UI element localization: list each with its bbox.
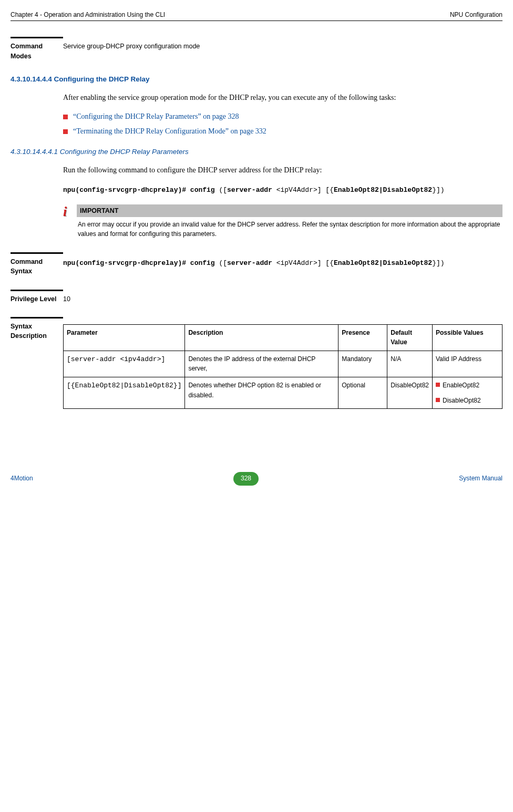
bullet-link-2[interactable]: “Terminating the DHCP Relay Configuratio… — [73, 126, 266, 137]
cmd-part: }]) — [432, 259, 444, 267]
possible-value-item: EnableOpt82 — [443, 381, 479, 390]
th-parameter: Parameter — [64, 324, 185, 351]
command-syntax-content: npu(config-srvcgrp-dhcprelay)# config ([… — [63, 252, 502, 276]
command-modes-text: Service group-DHCP proxy configuration m… — [63, 37, 502, 60]
important-header: IMPORTANT — [77, 204, 502, 217]
td-default: DisableOpt82 — [387, 377, 433, 409]
td-possible: EnableOpt82 DisableOpt82 — [433, 377, 502, 409]
th-default: Default Value — [387, 324, 433, 351]
footer-left: 4Motion — [11, 474, 33, 483]
bullet-icon — [436, 383, 440, 387]
th-possible: Possible Values — [433, 324, 502, 351]
header-right: NPU Configuration — [450, 11, 502, 19]
td-presence: Optional — [338, 377, 387, 409]
syntax-table: Parameter Description Presence Default V… — [63, 324, 502, 409]
bullet-icon — [63, 115, 68, 119]
subheading-number: 4.3.10.14.4.4.1 — [11, 148, 58, 156]
cmd-part: <ipV4Addr>] [{ — [272, 186, 334, 194]
cmd-part-bold: server-addr — [227, 259, 272, 267]
syntax-description-label: Syntax Description — [11, 317, 63, 341]
bullet-row: “Configuring the DHCP Relay Parameters” … — [63, 111, 502, 122]
cmd-part-bold: server-addr — [227, 186, 272, 194]
command-modes-block: Command Modes Service group-DHCP proxy c… — [11, 37, 502, 60]
privilege-level-label: Privilege Level — [11, 290, 63, 304]
bullet-link-1[interactable]: “Configuring the DHCP Relay Parameters” … — [73, 111, 239, 122]
privilege-level-value: 10 — [63, 290, 502, 304]
td-param: [server-addr <ipv4addr>] — [64, 351, 185, 377]
command-syntax-block: Command Syntax npu(config-srvcgrp-dhcpre… — [11, 252, 502, 276]
cmd-part-bold: npu(config-srvcgrp-dhcprelay)# config — [63, 186, 215, 194]
table-row: [{EnableOpt82|DisableOpt82}] Denotes whe… — [64, 377, 502, 409]
th-presence: Presence — [338, 324, 387, 351]
cmd-part: ([ — [215, 186, 227, 194]
cmd-part: <ipV4Addr>] [{ — [272, 259, 334, 267]
important-box: i IMPORTANT An error may occur if you pr… — [63, 204, 502, 240]
bullet-icon — [63, 129, 68, 134]
privilege-level-block: Privilege Level 10 — [11, 290, 502, 304]
td-possible: Valid IP Address — [433, 351, 502, 377]
command-syntax-label: Command Syntax — [11, 252, 63, 276]
page-footer: 4Motion 328 System Manual — [11, 472, 502, 485]
td-desc: Denotes the IP address of the external D… — [185, 351, 338, 377]
td-desc: Denotes whether DHCP option 82 is enable… — [185, 377, 338, 409]
info-icon: i — [63, 205, 77, 218]
possible-value-item: DisableOpt82 — [443, 396, 481, 406]
cmd-part: ([ — [215, 259, 227, 267]
command-example: npu(config-srvcgrp-dhcprelay)# config ([… — [63, 184, 502, 196]
heading-title: Configuring the DHCP Relay — [54, 75, 150, 83]
h5-intro-text: Run the following command to configure t… — [63, 164, 502, 177]
bullet-icon — [436, 398, 440, 402]
page-number-badge: 328 — [233, 472, 259, 485]
section-4.3.10.14.4.4.1-heading: 4.3.10.14.4.4.1 Configuring the DHCP Rel… — [11, 147, 502, 157]
footer-right: System Manual — [459, 474, 502, 483]
heading-number: 4.3.10.14.4.4 — [11, 75, 52, 83]
header-left: Chapter 4 - Operation and Administration… — [11, 11, 165, 19]
cmd-part-bold: EnableOpt82|DisableOpt82 — [334, 186, 432, 194]
th-description: Description — [185, 324, 338, 351]
td-presence: Mandatory — [338, 351, 387, 377]
cmd-part: }]) — [432, 186, 444, 194]
cmd-part-bold: EnableOpt82|DisableOpt82 — [334, 259, 432, 267]
section-4.3.10.14.4.4-heading: 4.3.10.14.4.4 Configuring the DHCP Relay — [11, 74, 502, 85]
td-default: N/A — [387, 351, 433, 377]
cmd-part-bold: npu(config-srvcgrp-dhcprelay)# config — [63, 259, 215, 267]
command-modes-label: Command Modes — [11, 37, 63, 60]
td-param: [{EnableOpt82|DisableOpt82}] — [64, 377, 185, 409]
important-text: An error may occur if you provide an inv… — [77, 217, 502, 240]
subheading-title: Configuring the DHCP Relay Parameters — [60, 148, 189, 156]
bullet-row: “Terminating the DHCP Relay Configuratio… — [63, 126, 502, 137]
table-row: [server-addr <ipv4addr>] Denotes the IP … — [64, 351, 502, 377]
important-icon-col: i — [63, 204, 77, 240]
syntax-description-block: Syntax Description Parameter Description… — [11, 317, 502, 409]
page-header: Chapter 4 - Operation and Administration… — [11, 11, 502, 21]
table-header-row: Parameter Description Presence Default V… — [64, 324, 502, 351]
h4-intro-text: After enabling the service group operati… — [63, 91, 502, 104]
